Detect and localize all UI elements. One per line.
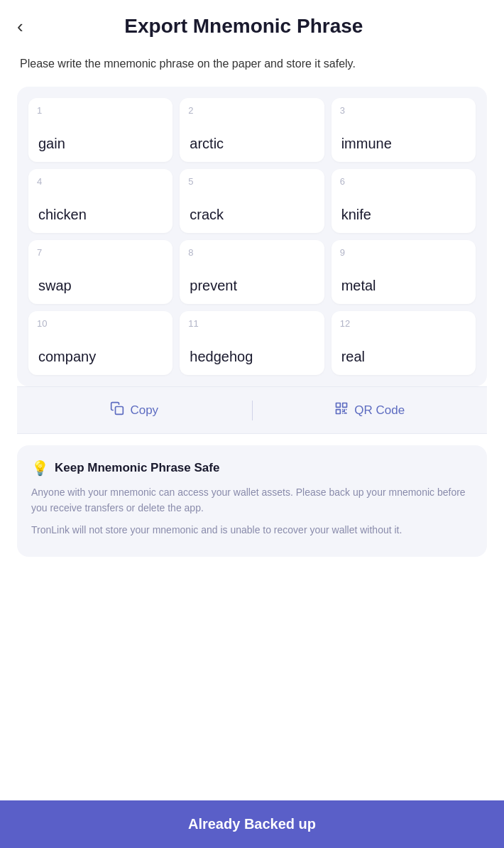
phrase-cell-3: 3 immune: [332, 98, 476, 162]
warning-text-1: Anyone with your mnemonic can access you…: [31, 485, 473, 516]
qr-code-button[interactable]: QR Code: [253, 387, 488, 433]
phrase-cell-5: 5 crack: [180, 169, 324, 233]
copy-button[interactable]: Copy: [17, 387, 252, 433]
svg-rect-3: [336, 410, 341, 414]
phrase-num: 9: [340, 247, 467, 258]
copy-icon: [110, 401, 124, 419]
phrase-word: immune: [340, 130, 467, 152]
phrase-word: prevent: [188, 272, 315, 294]
phrase-num: 12: [340, 318, 467, 329]
phrase-num: 1: [37, 105, 164, 116]
phrase-cell-1: 1 gain: [28, 98, 172, 162]
phrase-num: 2: [188, 105, 315, 116]
phrase-num: 10: [37, 318, 164, 329]
phrase-container: 1 gain 2 arctic 3 immune 4 chicken 5 cra…: [17, 87, 487, 386]
svg-rect-0: [116, 407, 124, 415]
phrase-num: 11: [188, 318, 315, 329]
actions-row: Copy QR Code: [17, 386, 487, 434]
warning-box: 💡 Keep Mnemonic Phrase Safe Anyone with …: [17, 445, 487, 557]
header: ‹ Export Mnemonic Phrase: [0, 0, 504, 50]
back-button[interactable]: ‹: [17, 14, 29, 38]
phrase-num: 3: [340, 105, 467, 116]
phrase-word: chicken: [37, 201, 164, 223]
phrase-word: company: [37, 343, 164, 365]
phrase-cell-2: 2 arctic: [180, 98, 324, 162]
description-text: Please write the mnemonic phrase on the …: [0, 50, 504, 87]
phrase-cell-6: 6 knife: [332, 169, 476, 233]
qr-icon: [334, 401, 349, 419]
phrase-cell-12: 12 real: [332, 311, 476, 375]
phrase-cell-7: 7 swap: [28, 240, 172, 304]
phrase-cell-9: 9 metal: [332, 240, 476, 304]
phrase-word: swap: [37, 272, 164, 294]
phrase-cell-4: 4 chicken: [28, 169, 172, 233]
phrase-cell-11: 11 hedgehog: [180, 311, 324, 375]
phrase-grid: 1 gain 2 arctic 3 immune 4 chicken 5 cra…: [28, 98, 476, 375]
phrase-word: knife: [340, 201, 467, 223]
page-title: Export Mnemonic Phrase: [29, 15, 459, 38]
phrase-cell-8: 8 prevent: [180, 240, 324, 304]
phrase-num: 5: [188, 176, 315, 187]
warning-text-2: TronLink will not store your mnemonic an…: [31, 523, 473, 538]
phrase-num: 6: [340, 176, 467, 187]
phrase-num: 4: [37, 176, 164, 187]
phrase-word: metal: [340, 272, 467, 294]
svg-rect-2: [343, 403, 347, 408]
qr-label: QR Code: [354, 403, 405, 418]
phrase-word: arctic: [188, 130, 315, 152]
warning-title: 💡 Keep Mnemonic Phrase Safe: [31, 460, 473, 477]
svg-rect-1: [336, 403, 341, 408]
phrase-word: real: [340, 343, 467, 365]
phrase-word: gain: [37, 130, 164, 152]
phrase-num: 8: [188, 247, 315, 258]
phrase-cell-10: 10 company: [28, 311, 172, 375]
phrase-word: hedgehog: [188, 343, 315, 365]
phrase-word: crack: [188, 201, 315, 223]
phrase-num: 7: [37, 247, 164, 258]
already-backed-up-button[interactable]: Already Backed up: [0, 800, 504, 848]
copy-label: Copy: [130, 403, 158, 418]
lightbulb-icon: 💡: [31, 460, 49, 477]
